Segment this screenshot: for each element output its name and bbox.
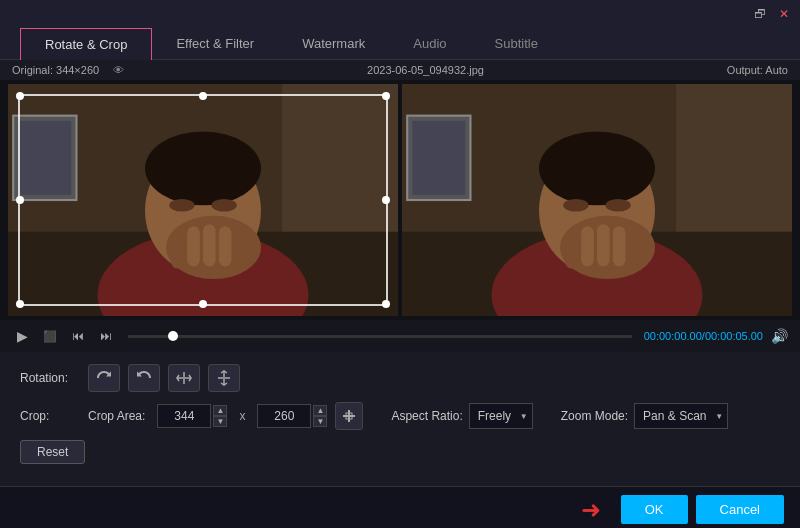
svg-rect-14 bbox=[235, 230, 248, 266]
stop-button[interactable]: ⬛ bbox=[40, 326, 60, 346]
time-display: 00:00:00.00/00:00:05.00 bbox=[644, 330, 763, 342]
aspect-ratio-label: Aspect Ratio: bbox=[391, 409, 462, 423]
svg-point-25 bbox=[605, 199, 630, 212]
svg-point-7 bbox=[169, 199, 194, 212]
video-info-bar: Original: 344×260 👁 2023-06-05_094932.jp… bbox=[0, 60, 800, 80]
svg-rect-33 bbox=[412, 121, 465, 195]
rotate-right-button[interactable] bbox=[128, 364, 160, 392]
svg-rect-31 bbox=[629, 230, 642, 266]
tab-audio[interactable]: Audio bbox=[389, 28, 470, 59]
rotate-left-button[interactable] bbox=[88, 364, 120, 392]
tab-effect-filter[interactable]: Effect & Filter bbox=[152, 28, 278, 59]
controls-section: Rotation: Crop: Crop Ar bbox=[0, 352, 800, 486]
output-label: Output: Auto bbox=[727, 64, 788, 76]
aspect-ratio-wrapper: Freely 16:9 4:3 1:1 bbox=[469, 403, 533, 429]
svg-rect-29 bbox=[597, 224, 610, 266]
svg-rect-13 bbox=[219, 226, 232, 266]
rotation-label: Rotation: bbox=[20, 371, 80, 385]
minimize-button[interactable]: 🗗 bbox=[752, 6, 768, 22]
cancel-button[interactable]: Cancel bbox=[696, 495, 784, 524]
reset-button[interactable]: Reset bbox=[20, 440, 85, 464]
zoom-mode-select[interactable]: Pan & Scan Letter Box Full bbox=[634, 403, 728, 429]
close-button[interactable]: ✕ bbox=[776, 6, 792, 22]
crop-area-label: Crop Area: bbox=[88, 409, 145, 423]
aspect-ratio-select[interactable]: Freely 16:9 4:3 1:1 bbox=[469, 403, 533, 429]
crop-width-down[interactable]: ▼ bbox=[213, 416, 227, 427]
reset-row: Reset bbox=[20, 440, 780, 464]
svg-point-6 bbox=[145, 131, 261, 205]
x-separator: x bbox=[239, 409, 245, 423]
svg-rect-19 bbox=[676, 84, 792, 232]
svg-rect-12 bbox=[203, 224, 216, 266]
rotation-row: Rotation: bbox=[20, 364, 780, 392]
crop-height-group: ▲ ▼ bbox=[257, 404, 327, 428]
arrow-icon: ➜ bbox=[581, 496, 601, 524]
svg-rect-16 bbox=[18, 121, 71, 195]
tab-subtitle[interactable]: Subtitle bbox=[471, 28, 562, 59]
original-size-label: Original: 344×260 bbox=[12, 64, 99, 76]
svg-rect-30 bbox=[613, 226, 626, 266]
prev-frame-button[interactable]: ⏮ bbox=[68, 326, 88, 346]
center-button[interactable] bbox=[335, 402, 363, 430]
crop-height-up[interactable]: ▲ bbox=[313, 405, 327, 416]
svg-rect-2 bbox=[282, 84, 398, 232]
svg-rect-35 bbox=[348, 410, 350, 422]
filename-label: 2023-06-05_094932.jpg bbox=[367, 64, 484, 76]
next-frame-button[interactable]: ⏭ bbox=[96, 326, 116, 346]
timeline-track[interactable] bbox=[128, 335, 632, 338]
bottom-bar: ➜ OK Cancel bbox=[0, 486, 800, 528]
svg-rect-11 bbox=[187, 226, 200, 266]
play-button[interactable]: ▶ bbox=[12, 326, 32, 346]
video-panel-before bbox=[8, 84, 398, 316]
timeline-bar: ▶ ⬛ ⏮ ⏭ 00:00:00.00/00:00:05.00 🔊 bbox=[0, 320, 800, 352]
crop-height-down[interactable]: ▼ bbox=[313, 416, 327, 427]
tab-rotate-crop[interactable]: Rotate & Crop bbox=[20, 28, 152, 60]
crop-label: Crop: bbox=[20, 409, 80, 423]
svg-point-23 bbox=[539, 131, 655, 205]
crop-width-input[interactable] bbox=[157, 404, 211, 428]
svg-rect-28 bbox=[581, 226, 594, 266]
video-panel-after bbox=[402, 84, 792, 316]
title-bar: 🗗 ✕ bbox=[0, 0, 800, 28]
zoom-mode-wrapper: Pan & Scan Letter Box Full bbox=[634, 403, 728, 429]
video-panels bbox=[0, 80, 800, 320]
crop-width-group: ▲ ▼ bbox=[157, 404, 227, 428]
aspect-ratio-group: Aspect Ratio: Freely 16:9 4:3 1:1 bbox=[391, 403, 532, 429]
svg-rect-27 bbox=[565, 232, 578, 269]
svg-point-24 bbox=[563, 199, 588, 212]
tab-watermark[interactable]: Watermark bbox=[278, 28, 389, 59]
zoom-mode-group: Zoom Mode: Pan & Scan Letter Box Full bbox=[561, 403, 728, 429]
volume-icon[interactable]: 🔊 bbox=[771, 328, 788, 344]
arrow-indicator: ➜ bbox=[16, 496, 613, 524]
tabs-row: Rotate & Crop Effect & Filter Watermark … bbox=[0, 28, 800, 60]
ok-button[interactable]: OK bbox=[621, 495, 688, 524]
svg-rect-10 bbox=[171, 232, 184, 269]
crop-width-spinner: ▲ ▼ bbox=[213, 405, 227, 427]
crop-width-up[interactable]: ▲ bbox=[213, 405, 227, 416]
svg-point-8 bbox=[211, 199, 236, 212]
crop-height-spinner: ▲ ▼ bbox=[313, 405, 327, 427]
flip-vertical-button[interactable] bbox=[208, 364, 240, 392]
timeline-playhead[interactable] bbox=[168, 331, 178, 341]
crop-height-input[interactable] bbox=[257, 404, 311, 428]
zoom-mode-label: Zoom Mode: bbox=[561, 409, 628, 423]
crop-row: Crop: Crop Area: ▲ ▼ x ▲ ▼ Aspect R bbox=[20, 402, 780, 430]
flip-horizontal-button[interactable] bbox=[168, 364, 200, 392]
eye-icon[interactable]: 👁 bbox=[113, 64, 124, 76]
